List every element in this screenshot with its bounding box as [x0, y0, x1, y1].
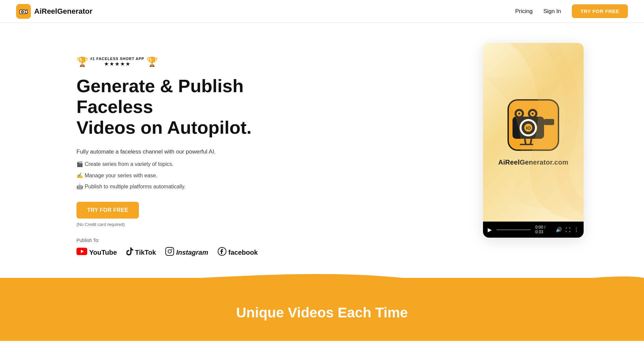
hero-sub-item-2: ✍️ Manage your series with ease.	[76, 171, 305, 180]
laurel-left-icon: 🏆	[76, 56, 88, 67]
video-thumbnail: IO AiReelGenerator.com	[483, 43, 584, 222]
nav-logo[interactable]: AiReelGenerator	[16, 4, 93, 19]
tiktok-label: TikTok	[135, 249, 156, 256]
svg-point-3	[22, 11, 23, 12]
badge-row: 🏆 #1 FACELESS SHORT APP ★★★★★ 🏆	[76, 56, 305, 67]
volume-icon[interactable]: 🔊	[556, 227, 562, 233]
hero-left: 🏆 #1 FACELESS SHORT APP ★★★★★ 🏆 Generate…	[76, 43, 305, 258]
bottom-wave	[0, 258, 644, 291]
hero-section: 🏆 #1 FACELESS SHORT APP ★★★★★ 🏆 Generate…	[0, 23, 644, 278]
time-display: 0:00 / 0:33	[535, 225, 552, 234]
hero-heading: Generate & Publish Faceless Videos on Au…	[76, 75, 305, 138]
facebook-label: facebook	[228, 249, 258, 256]
platforms-row: YouTube TikTok	[76, 247, 305, 258]
youtube-icon	[76, 248, 87, 257]
nav-right: Pricing Sign In TRY FOR FREE	[515, 4, 628, 18]
svg-point-9	[171, 249, 172, 250]
nav-pricing-link[interactable]: Pricing	[515, 8, 533, 15]
more-options-icon[interactable]: ⋮	[574, 227, 579, 233]
platform-instagram: Instagram	[165, 247, 208, 258]
svg-point-8	[168, 250, 171, 253]
hero-sub-item-1: 🎬 Create series from a variety of topics…	[76, 160, 305, 169]
nav-try-free-button[interactable]: TRY FOR FREE	[572, 4, 628, 18]
youtube-label: YouTube	[89, 249, 117, 256]
badge-text-block: #1 FACELESS SHORT APP ★★★★★	[90, 57, 144, 67]
platform-facebook: facebook	[218, 247, 258, 258]
laurel-right-icon: 🏆	[146, 56, 158, 67]
logo-icon	[16, 4, 31, 19]
instagram-label: Instagram	[176, 249, 208, 256]
logo-text: AiReelGenerator	[34, 7, 93, 16]
facebook-icon	[218, 247, 226, 258]
svg-rect-7	[166, 247, 174, 255]
instagram-icon	[165, 247, 174, 258]
fullscreen-icon[interactable]: ⛶	[566, 227, 571, 233]
nav-signin-link[interactable]: Sign In	[543, 8, 561, 15]
play-button[interactable]: ▶	[488, 227, 492, 233]
navbar: AiReelGenerator Pricing Sign In TRY FOR …	[0, 0, 644, 23]
video-controls: ▶ 0:00 / 0:33 🔊 ⛶ ⋮	[483, 222, 584, 238]
badge-stars: ★★★★★	[90, 61, 144, 67]
publish-to-label: Publish To:	[76, 238, 305, 243]
hero-try-free-button[interactable]: TRY FOR FREE	[76, 202, 139, 219]
bottom-section-heading: Unique Videos Each Time	[0, 305, 644, 321]
platform-tiktok: TikTok	[126, 247, 156, 257]
progress-bar[interactable]	[496, 229, 531, 230]
tiktok-icon	[126, 247, 133, 257]
badge-title: #1 FACELESS SHORT APP	[90, 57, 144, 61]
video-card: IO AiReelGenerator.com ▶ 0:00 / 0:33 �	[483, 43, 584, 238]
hero-right: IO AiReelGenerator.com ▶ 0:00 / 0:33 �	[483, 43, 584, 238]
svg-marker-4	[25, 10, 27, 14]
platform-youtube: YouTube	[76, 248, 117, 257]
bottom-section: Unique Videos Each Time	[0, 278, 644, 341]
no-credit-card-text: (No Credit card required)	[76, 222, 305, 227]
hero-sub-item-3: 🤖 Publish to multiple platforms automati…	[76, 182, 305, 191]
hero-sub-main: Fully automate a faceless channel with o…	[76, 147, 305, 156]
